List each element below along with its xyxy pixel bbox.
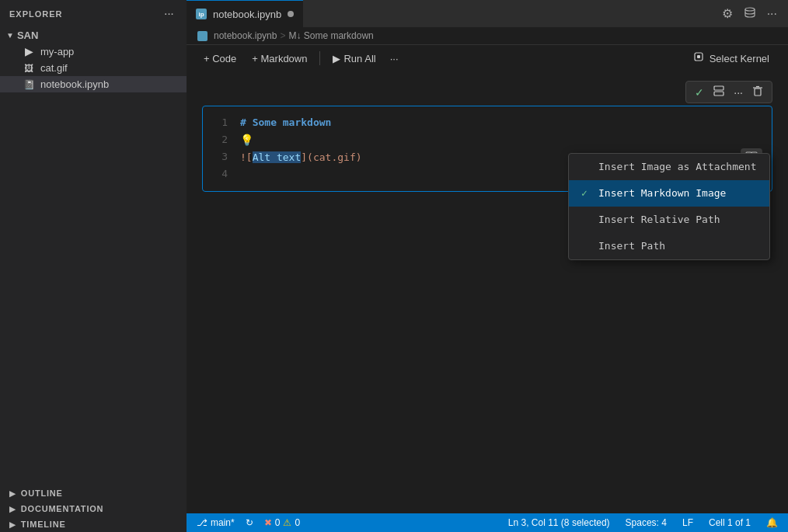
sidebar-item-my-app[interactable]: ▶ my-app bbox=[0, 43, 187, 60]
bell-status[interactable]: 🔔 bbox=[764, 517, 780, 528]
database-icon[interactable] bbox=[744, 6, 756, 22]
line-numbers: 1 2 3 4 bbox=[203, 106, 234, 191]
cell-more-button[interactable]: ··· bbox=[730, 85, 747, 100]
sidebar-bottom: ▶ OUTLINE ▶ DOCUMENTATION ▶ TIMELINE bbox=[0, 485, 187, 532]
tab-modified-dot bbox=[288, 11, 294, 17]
notebook-content[interactable]: ✓ ··· bbox=[187, 71, 788, 513]
toolbar-separator bbox=[319, 51, 320, 65]
svg-rect-2 bbox=[697, 55, 700, 58]
chevron-right-icon: ▶ bbox=[9, 520, 16, 529]
svg-rect-3 bbox=[714, 86, 723, 90]
sidebar-item-notebook[interactable]: 📓 notebook.ipynb bbox=[0, 76, 187, 92]
select-kernel-label: Select Kernel bbox=[710, 53, 769, 64]
timeline-label: TIMELINE bbox=[21, 520, 66, 529]
alt-text-highlighted: Alt text bbox=[253, 151, 302, 163]
menu-item-label: Insert Relative Path bbox=[598, 211, 757, 228]
context-menu: Insert Image as Attachment ✓ Insert Mark… bbox=[568, 153, 770, 260]
run-all-label: Run All bbox=[343, 53, 375, 64]
add-code-button[interactable]: + Code bbox=[197, 50, 242, 67]
settings-icon[interactable]: ⚙ bbox=[722, 6, 733, 21]
top-right-icons: ⚙ ··· bbox=[722, 6, 788, 22]
more-icon[interactable]: ··· bbox=[767, 7, 777, 21]
kernel-icon bbox=[692, 50, 705, 66]
status-bar: ⎇ main* ↻ ✖ 0 ⚠ 0 Ln 3, Col 11 (8 select… bbox=[187, 513, 788, 532]
branch-status[interactable]: ⎇ main* bbox=[194, 517, 237, 528]
sidebar-section-san[interactable]: ▼ SAN bbox=[0, 28, 187, 43]
markdown-cell[interactable]: 1 2 3 4 # Some markdown 💡 bbox=[202, 106, 772, 192]
toolbar-more-button[interactable]: ··· bbox=[385, 50, 403, 67]
error-status[interactable]: ✖ 0 ⚠ 0 bbox=[262, 517, 302, 528]
image-syntax-prefix: ! bbox=[240, 151, 246, 163]
spaces-text: Spaces: 4 bbox=[626, 517, 667, 528]
chevron-right-icon: ▶ bbox=[9, 489, 16, 498]
status-right: Ln 3, Col 11 (8 selected) Spaces: 4 LF C… bbox=[506, 517, 780, 528]
select-kernel-button[interactable]: Select Kernel bbox=[685, 48, 777, 68]
code-line-2: 💡 bbox=[240, 131, 765, 149]
documentation-label: DOCUMENTATION bbox=[21, 504, 104, 513]
sidebar-item-cat-gif[interactable]: 🖼 cat.gif bbox=[0, 60, 187, 76]
tab-notebook[interactable]: ip notebook.ipynb bbox=[187, 0, 303, 27]
menu-item-label: Insert Path bbox=[598, 238, 757, 255]
sidebar-item-label: my-app bbox=[40, 46, 74, 57]
git-branch-icon: ⎇ bbox=[197, 517, 207, 528]
sidebar-item-documentation[interactable]: ▶ DOCUMENTATION bbox=[0, 501, 187, 516]
cell-count-status[interactable]: Cell 1 of 1 bbox=[706, 517, 753, 528]
breadcrumb-file-icon bbox=[197, 31, 207, 41]
chevron-right-icon: ▶ bbox=[9, 505, 16, 513]
cell-delete-button[interactable] bbox=[748, 84, 767, 100]
context-menu-item-insert-markdown-image[interactable]: ✓ Insert Markdown Image bbox=[569, 180, 769, 207]
code-line-1: # Some markdown bbox=[240, 114, 765, 131]
sidebar-section-label: SAN bbox=[17, 30, 38, 41]
cell-content: 1 2 3 4 # Some markdown 💡 bbox=[203, 106, 772, 191]
sidebar-item-label: notebook.ipynb bbox=[40, 78, 109, 90]
sync-icon: ↻ bbox=[246, 517, 253, 528]
chevron-down-icon: ▼ bbox=[6, 31, 14, 40]
breadcrumb-filename[interactable]: notebook.ipynb bbox=[214, 30, 277, 41]
context-menu-item-insert-image-attachment[interactable]: Insert Image as Attachment bbox=[569, 154, 769, 180]
error-icon: ✖ bbox=[264, 517, 272, 528]
bulb-icon: 💡 bbox=[240, 134, 253, 146]
context-menu-item-insert-path[interactable]: Insert Path bbox=[569, 233, 769, 259]
editor-area: ip notebook.ipynb ⚙ ··· notebook.ipynb bbox=[187, 0, 788, 532]
image-file-icon: 🖼 bbox=[22, 63, 36, 74]
notebook-file-icon: 📓 bbox=[22, 79, 36, 90]
error-count: 0 bbox=[275, 517, 281, 528]
line-number-4: 4 bbox=[209, 165, 228, 183]
run-all-button[interactable]: ▶ Run All bbox=[326, 50, 382, 67]
spaces-status[interactable]: Spaces: 4 bbox=[623, 517, 669, 528]
add-markdown-button[interactable]: + Markdown bbox=[246, 50, 313, 67]
sidebar-header: EXPLORER ··· bbox=[0, 0, 187, 28]
cell-split-button[interactable] bbox=[710, 84, 728, 100]
run-all-icon: ▶ bbox=[333, 53, 340, 64]
line-number-3: 3 bbox=[209, 148, 228, 165]
bell-icon: 🔔 bbox=[766, 517, 778, 528]
breadcrumb: notebook.ipynb > M↓ Some markdown bbox=[187, 27, 788, 45]
sidebar-item-timeline[interactable]: ▶ TIMELINE bbox=[0, 516, 187, 532]
encoding-text: LF bbox=[682, 517, 693, 528]
warning-count: 0 bbox=[295, 517, 300, 528]
cursor-position[interactable]: Ln 3, Col 11 (8 selected) bbox=[506, 517, 612, 528]
context-menu-item-insert-relative-path[interactable]: Insert Relative Path bbox=[569, 207, 769, 233]
tab-filename: notebook.ipynb bbox=[213, 9, 281, 20]
breadcrumb-separator: > bbox=[280, 30, 285, 41]
line-number-2: 2 bbox=[209, 131, 228, 148]
folder-icon: ▶ bbox=[22, 45, 36, 57]
sidebar-item-label: cat.gif bbox=[40, 62, 68, 74]
position-text: Ln 3, Col 11 (8 selected) bbox=[508, 517, 610, 528]
menu-item-label: Insert Image as Attachment bbox=[598, 158, 757, 176]
branch-name: main* bbox=[211, 517, 235, 528]
sidebar-more-icon[interactable]: ··· bbox=[162, 8, 177, 20]
cell-accept-button[interactable]: ✓ bbox=[691, 85, 708, 100]
svg-rect-5 bbox=[755, 89, 761, 96]
warning-icon: ⚠ bbox=[283, 517, 291, 528]
explorer-title: EXPLORER bbox=[9, 9, 63, 19]
line-number-1: 1 bbox=[209, 114, 228, 131]
breadcrumb-cell-label[interactable]: M↓ Some markdown bbox=[288, 30, 373, 41]
svg-point-0 bbox=[745, 8, 755, 11]
code-editor[interactable]: # Some markdown 💡 ![Alt text](cat.gif) bbox=[234, 106, 772, 191]
notebook-toolbar: + Code + Markdown ▶ Run All ··· Select K… bbox=[187, 45, 788, 71]
cell-toolbar: ✓ ··· bbox=[685, 81, 772, 103]
sidebar-item-outline[interactable]: ▶ OUTLINE bbox=[0, 485, 187, 501]
sync-status[interactable]: ↻ bbox=[243, 517, 256, 528]
encoding-status[interactable]: LF bbox=[680, 517, 696, 528]
